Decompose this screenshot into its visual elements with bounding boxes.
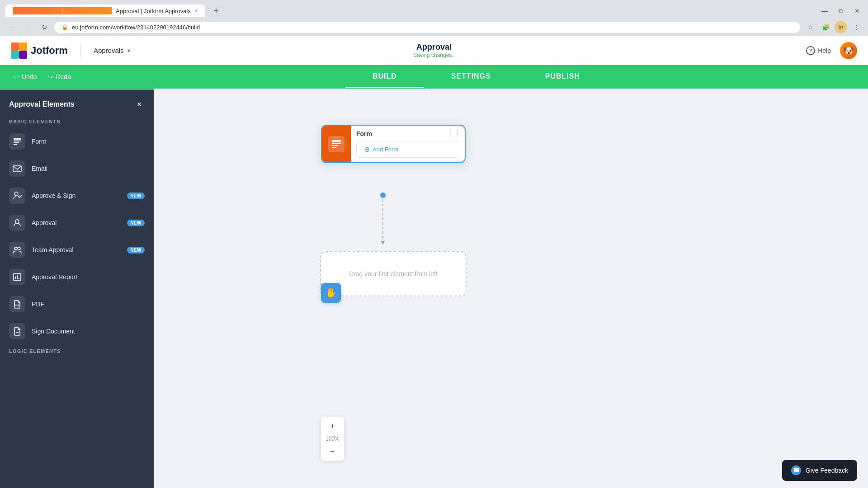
- form-node-icon: [328, 136, 344, 152]
- reload-button[interactable]: ↻: [38, 21, 51, 33]
- sidebar-item-approval[interactable]: Approval NEW: [0, 209, 154, 236]
- sidebar-item-approval-report[interactable]: Approval Report: [0, 263, 154, 291]
- close-button[interactable]: ✕: [852, 5, 863, 16]
- connector-line: ▼: [382, 192, 383, 247]
- sidebar-title: Approval Elements: [9, 100, 75, 108]
- zoom-in-button[interactable]: +: [326, 419, 339, 433]
- sidebar-item-approve-sign[interactable]: Approve & Sign NEW: [0, 182, 154, 209]
- svg-rect-20: [332, 145, 338, 146]
- help-icon: ?: [806, 46, 815, 55]
- header-right: ? Help 🐶: [806, 42, 857, 59]
- sidebar: Approval Elements × BASIC ELEMENTS Form: [0, 89, 154, 488]
- browser-chrome: J Approval | Jotform Approvals × + — ⧉ ✕…: [0, 0, 868, 36]
- sidebar-approve-sign-label: Approve & Sign: [32, 192, 121, 199]
- redo-button[interactable]: ↪ Redo: [43, 70, 75, 83]
- header-title: Approval: [413, 42, 455, 52]
- svg-rect-19: [332, 143, 341, 144]
- profile-button[interactable]: In: [835, 21, 847, 33]
- team-approval-badge: NEW: [127, 247, 145, 253]
- svg-rect-7: [14, 144, 17, 145]
- hand-icon: ✋: [325, 287, 337, 299]
- form-node[interactable]: Form ⊕ Add Form ⋮⋮: [321, 125, 466, 163]
- logo-icon: [11, 42, 27, 59]
- help-button[interactable]: ? Help: [806, 46, 831, 55]
- hand-tool-button[interactable]: ✋: [321, 283, 341, 303]
- browser-tab[interactable]: J Approval | Jotform Approvals ×: [5, 5, 205, 17]
- form-node-title: Form: [356, 130, 459, 137]
- svg-point-11: [14, 247, 17, 250]
- approvals-dropdown[interactable]: Approvals ▼: [94, 47, 132, 54]
- sidebar-item-sign-document[interactable]: Sign Document: [0, 318, 154, 345]
- form-icon: [9, 133, 25, 150]
- extensions-button[interactable]: 🧩: [819, 21, 832, 33]
- tab-settings[interactable]: SETTINGS: [424, 66, 518, 88]
- sidebar-pdf-label: PDF: [32, 300, 145, 308]
- svg-rect-0: [11, 42, 19, 51]
- tab-build[interactable]: BUILD: [345, 66, 424, 88]
- avatar[interactable]: 🐶: [840, 42, 857, 59]
- minimize-button[interactable]: —: [819, 5, 830, 16]
- give-feedback-label: Give Feedback: [806, 467, 848, 474]
- sidebar-item-pdf[interactable]: PDF PDF: [0, 291, 154, 318]
- plus-icon: ⊕: [364, 145, 370, 154]
- new-tab-button[interactable]: +: [209, 4, 223, 18]
- sidebar-approval-label: Approval: [32, 219, 121, 226]
- sign-document-icon: [9, 323, 25, 339]
- app-header: Jotform Approvals ▼ Approval Saving chan…: [0, 36, 868, 65]
- undo-button[interactable]: ↩ Undo: [9, 70, 41, 83]
- sidebar-item-form[interactable]: Form: [0, 128, 154, 155]
- undo-icon: ↩: [14, 73, 19, 80]
- chevron-down-icon: ▼: [127, 48, 132, 53]
- tab-close-icon[interactable]: ×: [194, 7, 198, 14]
- pdf-icon: PDF: [9, 296, 25, 312]
- sidebar-section-logic: LOGIC ELEMENTS: [0, 345, 154, 357]
- canvas: Form ⊕ Add Form ⋮⋮ ▼ Drag your first ele…: [154, 89, 868, 488]
- undo-label: Undo: [22, 73, 37, 80]
- redo-label: Redo: [56, 73, 71, 80]
- svg-rect-18: [332, 140, 341, 142]
- connector-dashes: [382, 199, 383, 239]
- svg-point-12: [18, 247, 20, 250]
- drop-zone[interactable]: Drag your first element from left: [320, 251, 467, 296]
- sidebar-form-label: Form: [32, 138, 145, 145]
- bookmark-button[interactable]: ☆: [804, 21, 816, 33]
- sidebar-section-basic: BASIC ELEMENTS: [0, 115, 154, 128]
- logo-divider: [80, 44, 81, 57]
- svg-text:PDF: PDF: [15, 304, 19, 307]
- give-feedback-button[interactable]: Give Feedback: [782, 460, 857, 481]
- favicon: J: [13, 7, 112, 14]
- form-node-icon-bg: [322, 126, 351, 162]
- add-form-button[interactable]: ⊕ Add Form: [356, 141, 459, 158]
- tab-publish[interactable]: PUBLISH: [518, 66, 607, 88]
- back-button[interactable]: ←: [5, 21, 18, 33]
- svg-rect-21: [332, 147, 336, 148]
- sidebar-team-approval-label: Team Approval: [32, 246, 121, 253]
- team-approval-icon: [9, 242, 25, 258]
- approve-sign-icon: [9, 188, 25, 204]
- header-center: Approval Saving changes..: [413, 42, 455, 58]
- sidebar-header: Approval Elements ×: [0, 90, 154, 115]
- node-options-icon[interactable]: ⋮⋮: [447, 129, 461, 138]
- svg-rect-5: [14, 141, 21, 141]
- sidebar-close-button[interactable]: ×: [134, 99, 145, 110]
- sidebar-item-team-approval[interactable]: Team Approval NEW: [0, 236, 154, 263]
- approve-sign-badge: NEW: [127, 192, 145, 199]
- nav-tabs: BUILD SETTINGS PUBLISH: [85, 66, 868, 88]
- menu-button[interactable]: ⋮: [850, 21, 863, 33]
- jotform-logo: Jotform: [11, 42, 68, 59]
- address-bar[interactable]: 🔒 eu.jotform.com/workflow/23140229019244…: [54, 22, 800, 33]
- svg-point-9: [14, 192, 18, 196]
- approval-icon: [9, 215, 25, 231]
- zoom-out-button[interactable]: −: [326, 445, 339, 458]
- forward-button[interactable]: →: [22, 21, 34, 33]
- sidebar-item-email[interactable]: Email: [0, 155, 154, 182]
- maximize-button[interactable]: ⧉: [835, 5, 846, 16]
- zoom-level: 100%: [324, 435, 341, 443]
- sidebar-email-label: Email: [32, 165, 145, 172]
- email-icon: [9, 160, 25, 177]
- sidebar-approval-report-label: Approval Report: [32, 273, 145, 281]
- approval-badge: NEW: [127, 220, 145, 226]
- svg-rect-2: [11, 51, 19, 59]
- svg-rect-3: [19, 51, 27, 59]
- add-form-label: Add Form: [373, 146, 398, 153]
